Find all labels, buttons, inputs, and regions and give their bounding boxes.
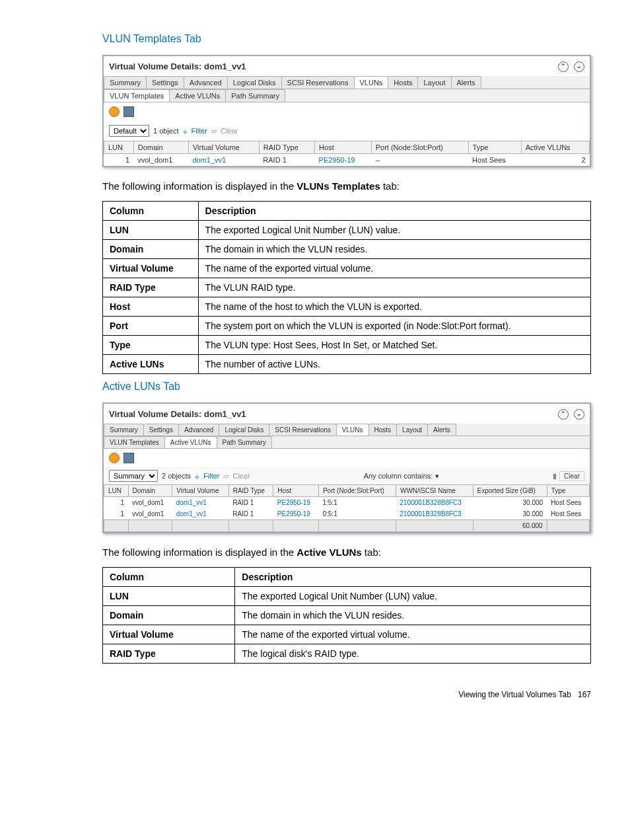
subtab-vlun-templates[interactable]: VLUN Templates xyxy=(104,436,165,448)
tab-advanced[interactable]: Advanced xyxy=(184,76,228,89)
host-link[interactable]: PE2950-19 xyxy=(319,156,355,164)
col-wwn[interactable]: WWN/iSCSI Name xyxy=(396,485,473,497)
col-port[interactable]: Port (Node:Slot:Port) xyxy=(318,485,396,497)
col-raid[interactable]: RAID Type xyxy=(259,141,314,154)
main-tabs: Summary Settings Advanced Logical Disks … xyxy=(104,76,590,89)
view-select[interactable]: Summary xyxy=(109,470,158,482)
tab-vluns[interactable]: VLUNs xyxy=(336,424,369,436)
clear-link[interactable]: Clear xyxy=(221,127,238,135)
tab-alerts[interactable]: Alerts xyxy=(451,76,481,89)
screenshot-vlun-templates: Virtual Volume Details: dom1_vv1 ⌃ ⌄ Sum… xyxy=(102,55,591,167)
view-select[interactable]: Default xyxy=(109,125,149,137)
collapse-up-icon[interactable]: ⌃ xyxy=(558,61,569,72)
table-row[interactable]: 1 vvol_dom1 dom1_vv1 RAID 1 PE2950-19 0:… xyxy=(104,508,590,520)
table-row[interactable]: 1 vvol_dom1 dom1_vv1 RAID 1 PE2950-19 --… xyxy=(104,154,590,167)
sub-tabs: VLUN Templates Active VLUNs Path Summary xyxy=(104,89,590,102)
col-type[interactable]: Type xyxy=(547,485,589,497)
object-count: 2 objects xyxy=(162,472,191,480)
col-type[interactable]: Type xyxy=(468,141,521,154)
tab-layout[interactable]: Layout xyxy=(396,424,428,436)
tab-layout[interactable]: Layout xyxy=(417,76,451,89)
tab-settings[interactable]: Settings xyxy=(146,76,184,89)
dropdown-icon[interactable]: ▾ xyxy=(435,472,439,480)
vv-link[interactable]: dom1_vv1 xyxy=(176,499,207,506)
funnel-icon: ⏚ xyxy=(195,472,199,480)
funnel-icon: ⏚ xyxy=(183,127,188,135)
col-host[interactable]: Host xyxy=(315,141,372,154)
doc-table-2: ColumnDescription LUNThe exported Logica… xyxy=(102,567,591,664)
page-footer: Viewing the Virtual Volumes Tab 167 xyxy=(102,690,591,699)
col-size[interactable]: Exported Size (GiB) xyxy=(473,485,547,497)
active-vluns-grid: LUN Domain Virtual Volume RAID Type Host… xyxy=(104,484,590,532)
sub-tabs: VLUN Templates Active VLUNs Path Summary xyxy=(104,436,590,449)
doc-table-1: ColumnDescription LUNThe exported Logica… xyxy=(102,201,591,374)
refresh-icon[interactable] xyxy=(109,453,120,463)
subtab-path-summary[interactable]: Path Summary xyxy=(225,89,285,102)
clear-button[interactable]: Clear xyxy=(559,471,584,481)
col-port[interactable]: Port (Node:Slot:Port) xyxy=(371,141,468,154)
collapse-down-icon[interactable]: ⌄ xyxy=(574,61,584,72)
filter-link[interactable]: Filter xyxy=(192,127,207,135)
panel-title-icons: ⌃ ⌄ xyxy=(555,60,584,72)
main-tabs: Summary Settings Advanced Logical Disks … xyxy=(104,424,590,436)
columns-icon[interactable] xyxy=(123,453,134,463)
object-count: 1 object xyxy=(153,127,179,135)
intro-text-1: The following information is displayed i… xyxy=(102,180,591,192)
section-heading-active: Active LUNs Tab xyxy=(102,381,591,393)
wwn-link[interactable]: 2100001B328B8FC3 xyxy=(400,510,461,517)
tab-hosts[interactable]: Hosts xyxy=(388,76,418,89)
tab-advanced[interactable]: Advanced xyxy=(178,424,219,436)
tab-alerts[interactable]: Alerts xyxy=(427,424,456,436)
col-lun[interactable]: LUN xyxy=(104,141,134,154)
filter-link[interactable]: Filter xyxy=(203,472,219,480)
col-domain[interactable]: Domain xyxy=(133,141,188,154)
col-host[interactable]: Host xyxy=(273,485,319,497)
subtab-vlun-templates[interactable]: VLUN Templates xyxy=(104,89,170,102)
tab-hosts[interactable]: Hosts xyxy=(368,424,398,436)
subtab-path-summary[interactable]: Path Summary xyxy=(217,436,272,448)
collapse-down-icon[interactable]: ⌄ xyxy=(574,409,584,420)
vv-link[interactable]: dom1_vv1 xyxy=(192,156,226,164)
eraser-icon: ▱ xyxy=(223,472,228,480)
bell-icon[interactable]: ▮ xyxy=(553,472,557,480)
col-lun[interactable]: LUN xyxy=(104,485,129,497)
tab-settings[interactable]: Settings xyxy=(143,424,179,436)
subtab-active-vluns[interactable]: Active VLUNs xyxy=(169,89,226,102)
screenshot-active-vluns: Virtual Volume Details: dom1_vv1 ⌃ ⌄ Sum… xyxy=(102,402,591,533)
tab-summary[interactable]: Summary xyxy=(104,424,144,436)
col-raid[interactable]: RAID Type xyxy=(228,485,273,497)
vv-link[interactable]: dom1_vv1 xyxy=(176,510,207,517)
panel-title-icons: ⌃ ⌄ xyxy=(555,408,584,420)
vlun-templates-grid: LUN Domain Virtual Volume RAID Type Host… xyxy=(104,141,590,166)
col-active[interactable]: Active VLUNs xyxy=(521,141,589,154)
intro-text-2: The following information is displayed i… xyxy=(102,547,591,558)
table-row[interactable]: 1 vvol_dom1 dom1_vv1 RAID 1 PE2950-19 1:… xyxy=(104,497,590,509)
col-domain[interactable]: Domain xyxy=(128,485,172,497)
tab-vluns[interactable]: VLUNs xyxy=(354,76,389,89)
clear-link[interactable]: Clear xyxy=(232,472,250,480)
tab-logical-disks[interactable]: Logical Disks xyxy=(227,76,282,89)
tab-logical-disks[interactable]: Logical Disks xyxy=(219,424,269,436)
host-link[interactable]: PE2950-19 xyxy=(277,499,310,506)
col-vv[interactable]: Virtual Volume xyxy=(188,141,259,154)
tab-scsi-reservations[interactable]: SCSI Reservations xyxy=(269,424,336,436)
tab-scsi-reservations[interactable]: SCSI Reservations xyxy=(281,76,355,89)
refresh-icon[interactable] xyxy=(109,106,120,117)
col-vv[interactable]: Virtual Volume xyxy=(172,485,228,497)
section-heading-vlun: VLUN Templates Tab xyxy=(102,33,591,45)
columns-icon[interactable] xyxy=(123,106,134,117)
tab-summary[interactable]: Summary xyxy=(104,76,147,89)
wwn-link[interactable]: 2100001B328B8FC3 xyxy=(400,499,461,506)
subtab-active-vluns[interactable]: Active VLUNs xyxy=(164,436,217,448)
host-link[interactable]: PE2950-19 xyxy=(277,510,310,517)
eraser-icon: ▱ xyxy=(211,127,217,135)
panel-title: Virtual Volume Details: dom1_vv1 xyxy=(109,409,246,419)
collapse-up-icon[interactable]: ⌃ xyxy=(558,409,569,420)
panel-title: Virtual Volume Details: dom1_vv1 xyxy=(109,61,246,71)
total-row: 60.000 xyxy=(104,520,590,532)
any-column-label: Any column contains: xyxy=(364,472,433,480)
